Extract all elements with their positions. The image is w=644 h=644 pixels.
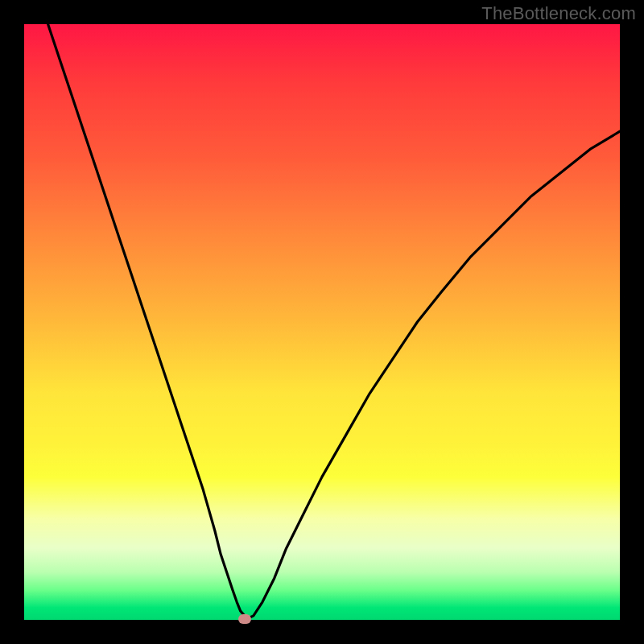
curve-layer [24,24,620,620]
plot-area [24,24,620,620]
chart-frame: TheBottleneck.com [0,0,644,644]
watermark-text: TheBottleneck.com [481,3,636,24]
optimum-marker [238,614,251,624]
bottleneck-curve [48,24,620,618]
